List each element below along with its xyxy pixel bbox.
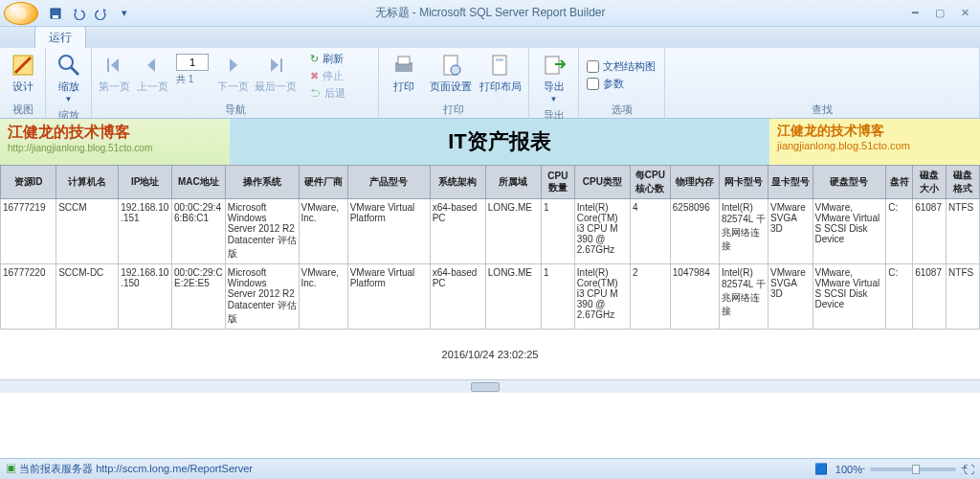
refresh-icon: ↻: [310, 53, 319, 65]
page-setup-icon: [437, 52, 464, 79]
doc-map-check[interactable]: 文档结构图: [583, 57, 659, 75]
back-button[interactable]: ⮌后退: [306, 84, 349, 102]
save-icon: [49, 7, 62, 20]
maximize-button[interactable]: ▢: [928, 5, 951, 22]
asset-table: 资源ID计算机名IP地址MAC地址操作系统硬件厂商产品型号系统架构所属域CPU数…: [0, 165, 980, 330]
scrollbar-thumb[interactable]: [471, 382, 500, 392]
table-header-row: 资源ID计算机名IP地址MAC地址操作系统硬件厂商产品型号系统架构所属域CPU数…: [1, 166, 980, 199]
export-button[interactable]: 导出▼: [533, 50, 574, 107]
col-header: CPU数量: [541, 166, 574, 199]
banner-right: 江健龙的技术博客 jiangjianlong.blog.51cto.com: [769, 119, 980, 165]
col-header: 硬盘型号: [813, 166, 886, 199]
col-header: 操作系统: [225, 166, 299, 199]
col-header: 产品型号: [347, 166, 430, 199]
status-server: ▣ 当前报表服务器 http://sccm.long.me/ReportServ…: [6, 462, 253, 476]
title-bar: ▾ 无标题 - Microsoft SQL Server Report Buil…: [0, 0, 980, 27]
export-icon: [541, 52, 568, 79]
report-timestamp: 2016/10/24 23:02:25: [0, 330, 980, 379]
report-viewer[interactable]: 江健龙的技术博客 http://jiangjianlong.blog.51cto…: [0, 119, 980, 458]
status-bar: ▣ 当前报表服务器 http://sccm.long.me/ReportServ…: [0, 458, 980, 479]
print-button[interactable]: 打印: [383, 50, 425, 94]
next-page-icon: [219, 52, 246, 79]
page-setup-button[interactable]: 页面设置: [427, 50, 475, 94]
col-header: 盘符: [886, 166, 913, 199]
prev-page-button[interactable]: 上一页: [134, 50, 170, 94]
status-flag-icon: 🟦: [814, 463, 828, 475]
table-row[interactable]: 16777220SCCM-DC192.168.10.15000:0C:29:CE…: [1, 264, 980, 330]
table-row[interactable]: 16777219SCCM192.168.10.15100:0C:29:46:B6…: [1, 199, 980, 264]
col-header: 硬件厂商: [299, 166, 347, 199]
col-header: 计算机名: [56, 166, 119, 199]
zoom-in-icon[interactable]: +: [961, 462, 968, 475]
stop-icon: ✖: [310, 70, 319, 82]
col-header: 显卡型号: [768, 166, 813, 199]
undo-button[interactable]: [69, 4, 88, 23]
first-page-button[interactable]: 第一页: [96, 50, 132, 94]
col-header: 物理内存: [670, 166, 719, 199]
col-header: 资源ID: [1, 166, 56, 199]
svg-point-8: [451, 65, 460, 75]
stop-button[interactable]: ✖停止: [306, 67, 349, 84]
ribbon-tab-row: 运行: [0, 27, 980, 48]
banner-title-area: IT资产报表: [230, 119, 769, 165]
window-title: 无标题 - Microsoft SQL Server Report Builde…: [375, 5, 606, 21]
print-layout-icon: [487, 52, 514, 79]
qat-dropdown[interactable]: ▾: [115, 4, 134, 23]
next-page-button[interactable]: 下一页: [214, 50, 251, 94]
app-logo-icon: [14, 7, 28, 20]
first-page-icon: [100, 52, 127, 79]
col-header: 网卡型号: [719, 166, 768, 199]
svg-point-0: [15, 8, 27, 19]
horizontal-scrollbar[interactable]: [0, 379, 980, 393]
col-header: MAC地址: [172, 166, 226, 199]
minimize-button[interactable]: ━: [903, 5, 926, 22]
report-banner: 江健龙的技术博客 http://jiangjianlong.blog.51cto…: [0, 119, 980, 165]
print-icon: [390, 52, 417, 79]
print-layout-button[interactable]: 打印布局: [477, 50, 524, 94]
back-icon: ⮌: [310, 87, 321, 99]
zoom-icon: [56, 52, 82, 79]
last-page-icon: [262, 52, 289, 79]
quick-access-toolbar: ▾: [46, 4, 134, 23]
col-header: 磁盘大小: [913, 166, 947, 199]
save-button[interactable]: [46, 4, 65, 23]
design-icon: [10, 52, 36, 79]
col-header: CPU类型: [574, 166, 630, 199]
col-header: 所属域: [485, 166, 541, 199]
svg-rect-6: [398, 57, 410, 64]
report-title: IT资产报表: [448, 127, 551, 156]
col-header: 系统架构: [430, 166, 485, 199]
col-header: IP地址: [119, 166, 172, 199]
redo-button[interactable]: [92, 4, 111, 23]
svg-point-4: [59, 56, 73, 69]
zoom-button[interactable]: 缩放▼: [50, 50, 87, 107]
redo-icon: [95, 7, 108, 20]
ribbon: 设计 视图 缩放▼ 缩放 第一页 上一页 共 1 下一页 最后一页 ↻刷新 ✖停…: [0, 48, 980, 119]
page-number-input[interactable]: [176, 54, 209, 71]
svg-rect-2: [53, 15, 58, 18]
banner-left: 江健龙的技术博客 http://jiangjianlong.blog.51cto…: [0, 119, 230, 165]
zoom-slider-knob[interactable]: [912, 465, 920, 474]
last-page-button[interactable]: 最后一页: [253, 50, 299, 94]
refresh-button[interactable]: ↻刷新: [306, 50, 349, 67]
prev-page-icon: [139, 52, 166, 79]
col-header: 每CPU核心数: [630, 166, 670, 199]
undo-icon: [72, 7, 85, 20]
svg-rect-10: [496, 58, 503, 61]
tab-run[interactable]: 运行: [34, 26, 86, 48]
app-menu-button[interactable]: [4, 2, 38, 25]
design-button[interactable]: 设计: [4, 50, 41, 94]
zoom-out-icon[interactable]: −: [858, 462, 865, 475]
params-check[interactable]: 参数: [583, 75, 659, 92]
close-button[interactable]: ✕: [953, 5, 976, 22]
col-header: 磁盘格式: [947, 166, 980, 199]
zoom-slider[interactable]: − +: [870, 468, 956, 471]
